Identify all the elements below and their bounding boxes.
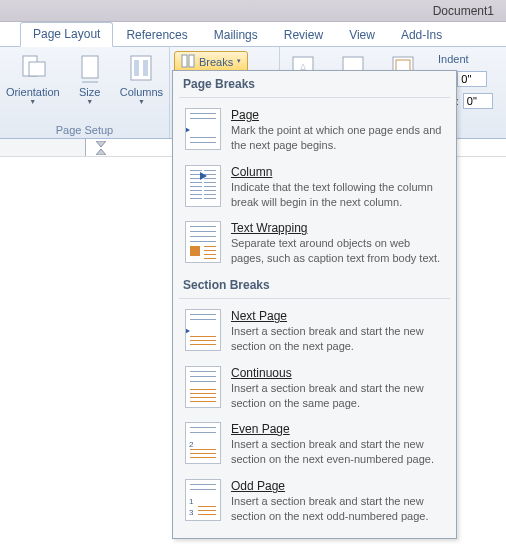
- columns-label: Columns: [120, 86, 163, 98]
- page-break-icon: [185, 108, 221, 150]
- breaks-icon: [181, 54, 195, 70]
- app-window: Document1 Page Layout References Mailing…: [0, 0, 506, 560]
- break-item-next-page[interactable]: Next Page Insert a section break and sta…: [173, 303, 456, 360]
- section-title-section-breaks: Section Breaks: [173, 272, 456, 296]
- titlebar: Document1: [0, 0, 506, 22]
- chevron-down-icon: ▼: [86, 98, 93, 105]
- svg-rect-1: [29, 62, 45, 76]
- breaks-dropdown: Page Breaks Page Mark the point at which…: [172, 70, 457, 539]
- tab-review[interactable]: Review: [271, 23, 336, 47]
- item-title: Next Page: [231, 309, 444, 323]
- chevron-down-icon: ▼: [138, 98, 145, 105]
- item-desc: Mark the point at which one page ends an…: [231, 123, 444, 153]
- svg-rect-2: [82, 56, 98, 78]
- breaks-label: Breaks: [199, 56, 233, 68]
- item-desc: Insert a section break and start the new…: [231, 324, 444, 354]
- indent-right-input[interactable]: [463, 93, 493, 109]
- break-item-column[interactable]: Column Indicate that the text following …: [173, 159, 456, 216]
- item-desc: Indicate that the text following the col…: [231, 180, 444, 210]
- odd-page-break-icon: 1 3: [185, 479, 221, 521]
- size-button[interactable]: Size ▼: [68, 49, 112, 108]
- tab-addins[interactable]: Add-Ins: [388, 23, 455, 47]
- svg-marker-15: [96, 141, 106, 147]
- item-title: Text Wrapping: [231, 221, 444, 235]
- columns-icon: [125, 52, 157, 84]
- break-item-page[interactable]: Page Mark the point at which one page en…: [173, 102, 456, 159]
- break-item-text-wrapping[interactable]: Text Wrapping Separate text around objec…: [173, 215, 456, 272]
- item-title: Even Page: [231, 422, 444, 436]
- ribbon-tabs: Page Layout References Mailings Review V…: [0, 22, 506, 47]
- indent-marker-icon[interactable]: [96, 141, 106, 155]
- tab-page-layout[interactable]: Page Layout: [20, 22, 113, 47]
- orientation-button[interactable]: Orientation ▼: [0, 49, 66, 108]
- size-icon: [74, 52, 106, 84]
- document-title: Document1: [433, 4, 494, 18]
- next-page-break-icon: [185, 309, 221, 351]
- orientation-icon: [17, 52, 49, 84]
- break-item-continuous[interactable]: Continuous Insert a section break and st…: [173, 360, 456, 417]
- tab-view[interactable]: View: [336, 23, 388, 47]
- indent-label: Indent: [438, 53, 493, 65]
- even-page-break-icon: 2: [185, 422, 221, 464]
- text-wrapping-break-icon: [185, 221, 221, 263]
- orientation-label: Orientation: [6, 86, 60, 98]
- item-title: Page: [231, 108, 444, 122]
- item-desc: Insert a section break and start the new…: [231, 381, 444, 411]
- tab-references[interactable]: References: [113, 23, 200, 47]
- chevron-down-icon: ▼: [29, 98, 36, 105]
- item-desc: Separate text around objects on web page…: [231, 236, 444, 266]
- svg-rect-6: [143, 60, 148, 76]
- columns-button[interactable]: Columns ▼: [114, 49, 169, 108]
- column-break-icon: [185, 165, 221, 207]
- group-page-setup: Orientation ▼ Size ▼ Columns ▼: [0, 47, 170, 138]
- indent-left-input[interactable]: [457, 71, 487, 87]
- tab-mailings[interactable]: Mailings: [201, 23, 271, 47]
- group-label-page-setup: Page Setup: [0, 124, 169, 136]
- svg-rect-7: [182, 55, 187, 67]
- svg-rect-5: [134, 60, 139, 76]
- chevron-down-icon: ▾: [237, 57, 241, 65]
- item-desc: Insert a section break and start the new…: [231, 437, 444, 467]
- size-label: Size: [79, 86, 100, 98]
- continuous-break-icon: [185, 366, 221, 408]
- item-title: Continuous: [231, 366, 444, 380]
- break-item-odd-page[interactable]: 1 3 Odd Page Insert a section break and …: [173, 473, 456, 530]
- item-title: Odd Page: [231, 479, 444, 493]
- item-title: Column: [231, 165, 444, 179]
- svg-rect-8: [189, 55, 194, 67]
- item-desc: Insert a section break and start the new…: [231, 494, 444, 524]
- svg-marker-16: [96, 149, 106, 155]
- section-title-page-breaks: Page Breaks: [173, 71, 456, 95]
- break-item-even-page[interactable]: 2 Even Page Insert a section break and s…: [173, 416, 456, 473]
